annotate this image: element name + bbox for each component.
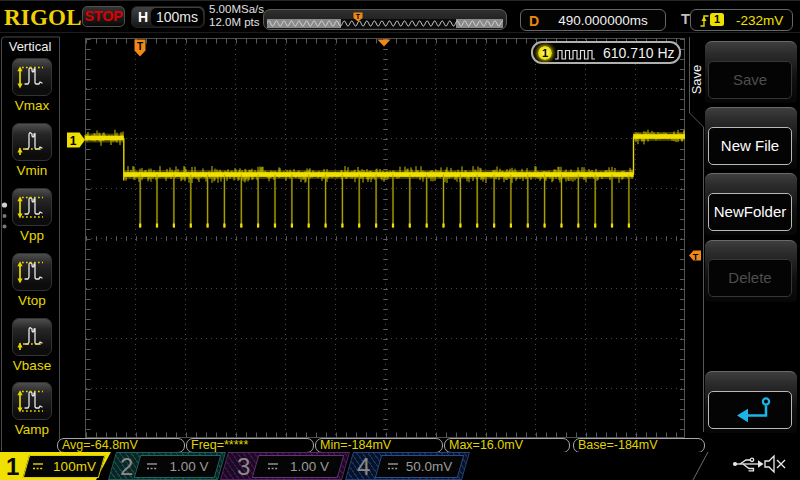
svg-text:T: T	[356, 13, 361, 20]
svg-text:T: T	[137, 41, 143, 52]
svg-text:T: T	[693, 252, 699, 262]
svg-text:1: 1	[70, 134, 77, 148]
